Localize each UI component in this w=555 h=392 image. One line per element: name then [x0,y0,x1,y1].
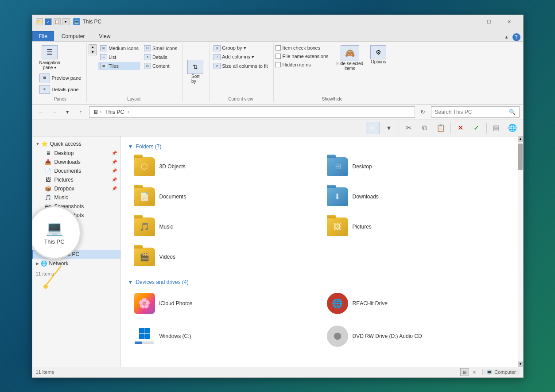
options-button[interactable]: ⚙ Options [368,44,389,65]
quick-access-header[interactable]: ▼ ⭐ Quick access [32,139,120,149]
up-button[interactable]: ↑ [76,107,86,117]
device-dvd[interactable]: DVD RW Drive (D:) Audio CD [321,322,511,351]
folder-music[interactable]: 🎵 Music [128,213,318,240]
callout-container: 💻 This PC [37,264,63,291]
size-all-columns-button[interactable]: ⇔ Size all columns to fit [212,62,269,70]
scroll-thumb[interactable] [518,144,523,170]
ribbon-collapse-up[interactable]: ▲ [503,33,511,41]
search-box[interactable]: 🔍 [431,106,520,118]
window-title: This PC [83,19,102,25]
pictures-pin-icon: 📌 [112,177,117,182]
rename-button[interactable]: ✓ [470,122,484,134]
details-button[interactable]: ≡ Details [142,53,179,61]
reach-inner-icon: 🌐 [332,298,343,309]
folder-videos[interactable]: 🎬 Videos [128,244,318,270]
tiles-button[interactable]: ▦ Tiles [98,62,140,70]
back-button[interactable]: ← [36,107,47,117]
folder-desktop[interactable]: 🖥 Desktop [321,153,511,180]
sidebar-item-desktop[interactable]: 🖥 Desktop 📌 [32,149,120,158]
sidebar-item-pictures[interactable]: 🖼 Pictures 📌 [32,175,120,184]
tab-view[interactable]: View [93,31,117,41]
close-button[interactable]: ✕ [499,15,520,29]
folder-videos-overlay: 🎬 [140,252,149,262]
forward-button[interactable]: → [49,107,60,117]
devices-collapse-icon: ▼ [128,279,133,285]
globe-button[interactable]: 🌐 [505,122,520,134]
view-tiles-status-btn[interactable]: ⊞ [460,368,469,376]
details-pane-button[interactable]: ≡ Details pane [38,84,83,95]
file-name-extensions-cb[interactable] [276,54,281,59]
folder-3d-objects[interactable]: ⬡ 3D Objects [128,153,318,180]
checkboxes-group: Item check boxes File name extensions Hi… [276,44,329,68]
view-tiles-btn[interactable]: ⊞ [366,122,380,134]
view-details-status-btn[interactable]: ≡ [470,368,479,376]
list-button[interactable]: ☰ List [98,53,140,61]
scroll-down-button[interactable]: ▼ [518,361,523,367]
small-icons-button[interactable]: ⊡ Small icons [142,44,179,52]
cut-button[interactable]: ✂ [402,122,416,134]
ribbon-collapse: ▲ ? [503,33,523,41]
medium-icons-icon: ⊞ [100,45,107,51]
sidebar-item-documents-label: Documents [54,168,82,174]
sidebar-item-music[interactable]: 🎵 Music [32,193,120,202]
tab-file[interactable]: File [32,31,54,41]
hidden-items-toggle[interactable]: Hidden items [276,61,329,68]
hide-selected-button[interactable]: 🙈 Hide selecteditems [334,44,366,72]
preview-pane-button[interactable]: ▦ Preview pane [38,73,83,83]
layout-col-1: ⊞ Medium icons ☰ List ▦ Tiles [98,44,140,70]
main-content: ▼ ⭐ Quick access 🖥 Desktop 📌 📥 Downloads… [32,136,523,367]
folder-downloads-icon-wrap: ⬇ [327,187,348,206]
content-button[interactable]: ⊟ Content [142,62,179,70]
view-dropdown-btn[interactable]: ▾ [382,122,396,134]
folder-downloads[interactable]: ⬇ Downloads [321,183,511,210]
device-windows[interactable]: Windows (C:) [128,322,318,351]
sidebar-item-downloads[interactable]: 📥 Downloads 📌 [32,158,120,167]
file-name-extensions-toggle[interactable]: File name extensions [276,53,329,60]
copy-button[interactable]: ⧉ [418,122,432,134]
title-icon-1[interactable]: 📁 [36,18,43,25]
devices-section-header[interactable]: ▼ Devices and drives (4) [128,276,511,289]
medium-icons-button[interactable]: ⊞ Medium icons [98,44,140,52]
paste-button[interactable]: 📋 [434,122,448,134]
content-label: Content [152,63,170,69]
folder-documents[interactable]: 📄 Documents [128,183,318,210]
sort-by-button[interactable]: ⇅ Sortby [185,59,206,85]
navigation-pane-button[interactable]: ☰ Navigationpane ▾ [38,44,62,71]
item-check-boxes-toggle[interactable]: Item check boxes [276,44,329,51]
item-check-boxes-cb[interactable] [276,45,281,50]
address-path[interactable]: 🖥 › This PC › [89,106,415,118]
delete-button[interactable]: ✕ [454,122,468,134]
device-icloud[interactable]: 🌸 iCloud Photos [128,289,318,318]
folder-pictures-overlay: 🖼 [334,222,342,231]
hidden-items-cb[interactable] [276,62,281,67]
sidebar-item-documents[interactable]: 📄 Documents 📌 [32,167,120,175]
ribbon-help-button[interactable]: ? [512,33,520,41]
group-by-button[interactable]: ⊞ Group by ▾ [212,44,248,52]
nav-pane-icon: ☰ [42,45,58,59]
desktop-icon: 🖥 [45,150,52,156]
sidebar-wrapper: ▼ ⭐ Quick access 🖥 Desktop 📌 📥 Downloads… [32,136,121,367]
search-input[interactable] [435,109,507,115]
group-by-icon: ⊞ [213,45,221,51]
scroll-up-button[interactable]: ▲ [518,136,523,142]
properties-button[interactable]: ▤ [489,122,504,134]
folders-section-header[interactable]: ▼ Folders (7) [128,140,511,153]
sidebar-item-dropbox-qa[interactable]: 📦 Dropbox 📌 [32,184,120,193]
device-reach[interactable]: 🌐 REACHit Drive [321,289,511,318]
callout-line-svg [37,264,63,290]
add-columns-button[interactable]: + Add columns ▾ [212,53,256,61]
content-icon: ⊟ [144,63,151,69]
recent-locations-button[interactable]: ▾ [62,107,73,117]
title-icon-2[interactable]: ✓ [45,18,52,25]
tab-computer[interactable]: Computer [55,31,92,41]
layout-scroll-up[interactable]: ▲ [89,45,96,50]
title-icon-3[interactable]: 📋 [54,18,61,25]
path-segment-this-pc[interactable]: This PC [104,108,126,116]
refresh-button[interactable]: ↻ [418,107,428,117]
layout-scroll-down[interactable]: ▼ [89,50,96,54]
title-icon-dropdown[interactable]: ▾ [62,18,70,25]
folder-pictures[interactable]: 🖼 Pictures [321,213,511,240]
minimize-button[interactable]: ─ [458,15,479,29]
maximize-button[interactable]: ☐ [479,15,499,29]
folder-documents-icon-wrap: 📄 [134,187,155,206]
